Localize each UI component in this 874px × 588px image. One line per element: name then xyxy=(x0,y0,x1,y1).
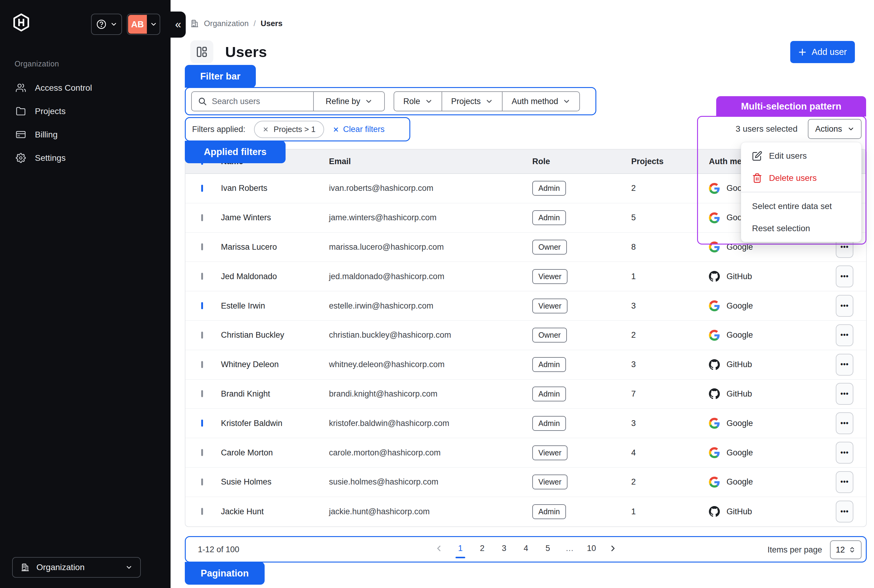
clear-filters-button[interactable]: Clear filters xyxy=(333,125,385,134)
filter-dropdown-label: Auth method xyxy=(512,97,558,106)
row-checkbox[interactable] xyxy=(201,273,203,280)
row-checkbox[interactable] xyxy=(201,332,203,339)
cell-auth-method: Google xyxy=(709,418,836,429)
breadcrumb-root[interactable]: Organization xyxy=(204,19,249,28)
menu-item-label: Delete users xyxy=(769,173,817,183)
row-actions-button[interactable]: ••• xyxy=(836,442,853,464)
cell-auth-method: Google xyxy=(709,477,836,488)
close-icon xyxy=(333,126,339,133)
row-actions-button[interactable]: ••• xyxy=(836,412,853,434)
credit-card-icon xyxy=(16,129,26,140)
row-checkbox[interactable] xyxy=(201,361,203,368)
auth-label: Google xyxy=(727,242,753,252)
plus-icon xyxy=(798,48,806,56)
cell-name: Ivan Roberts xyxy=(221,183,329,193)
cell-projects: 8 xyxy=(631,242,709,252)
menu-item-edit-users[interactable]: Edit users xyxy=(741,145,861,167)
role-badge: Admin xyxy=(532,387,566,401)
cell-name: Christian Buckley xyxy=(221,330,329,340)
account-menu-button[interactable]: AB xyxy=(127,14,160,35)
row-checkbox[interactable] xyxy=(201,390,203,397)
page-3[interactable]: 3 xyxy=(500,544,509,553)
filter-chip-projects-1[interactable]: Projects > 1 xyxy=(254,121,324,138)
pager: 12345…10 xyxy=(435,540,617,557)
row-checkbox[interactable] xyxy=(201,302,203,309)
page-1[interactable]: 1 xyxy=(456,544,465,553)
row-actions-button[interactable]: ••• xyxy=(836,471,853,493)
cell-auth-method: GitHub xyxy=(709,388,836,399)
column-header-projects[interactable]: Projects xyxy=(631,157,709,166)
cell-name: Jame Winters xyxy=(221,213,329,222)
cell-projects: 5 xyxy=(631,213,709,222)
menu-item-reset-selection[interactable]: Reset selection xyxy=(741,217,861,239)
breadcrumb: Organization / Users xyxy=(190,19,282,28)
row-checkbox[interactable] xyxy=(201,214,203,221)
auth-label: Google xyxy=(727,448,753,458)
sidebar-item-billing[interactable]: Billing xyxy=(0,123,171,146)
page-2[interactable]: 2 xyxy=(478,544,487,553)
sidebar-collapse-button[interactable]: « xyxy=(171,12,186,38)
row-checkbox[interactable] xyxy=(201,449,203,456)
actions-button[interactable]: Actions xyxy=(808,119,862,139)
auth-label: GitHub xyxy=(727,272,752,281)
items-per-page-select[interactable]: 12 xyxy=(830,540,862,559)
org-switcher-button[interactable]: Organization xyxy=(12,557,141,578)
sidebar-item-label: Billing xyxy=(35,130,58,140)
role-badge: Admin xyxy=(532,181,566,196)
sidebar-item-projects[interactable]: Projects xyxy=(0,99,171,123)
selection-count: 3 users selected xyxy=(736,119,797,139)
refine-by-button[interactable]: Refine by xyxy=(313,92,384,111)
items-per-page-label: Items per page xyxy=(767,545,822,555)
row-checkbox[interactable] xyxy=(201,508,203,515)
page-10[interactable]: 10 xyxy=(587,544,596,553)
cell-auth-method: GitHub xyxy=(709,506,836,517)
folder-icon xyxy=(16,106,26,116)
google-icon xyxy=(709,418,720,429)
search-field[interactable] xyxy=(192,92,313,111)
menu-item-select-entire-data-set[interactable]: Select entire data set xyxy=(741,195,861,217)
row-actions-button[interactable]: ••• xyxy=(836,266,853,287)
column-header-email[interactable]: Email xyxy=(329,157,532,166)
filter-dropdown-auth-method[interactable]: Auth method xyxy=(502,92,579,111)
row-actions-button[interactable]: ••• xyxy=(836,383,853,405)
google-icon xyxy=(709,447,720,458)
column-header-role[interactable]: Role xyxy=(532,157,631,166)
auth-label: Google xyxy=(727,330,753,340)
role-badge: Owner xyxy=(532,328,567,342)
row-actions-button[interactable]: ••• xyxy=(836,354,853,376)
row-checkbox[interactable] xyxy=(201,420,203,427)
cell-email: whitney.deleon@hashicorp.com xyxy=(329,360,532,369)
page-4[interactable]: 4 xyxy=(521,544,530,553)
role-badge: Admin xyxy=(532,357,566,372)
cell-auth-method: Google xyxy=(709,300,836,311)
row-checkbox[interactable] xyxy=(201,478,203,486)
applied-filters-row: Filters applied: Projects > 1 Clear filt… xyxy=(192,121,384,138)
auth-label: Google xyxy=(727,419,753,428)
row-checkbox[interactable] xyxy=(201,185,203,192)
row-actions-button[interactable]: ••• xyxy=(836,501,853,522)
search-input[interactable] xyxy=(212,97,307,106)
row-actions-button[interactable]: ••• xyxy=(836,295,853,317)
sidebar-nav: Access ControlProjectsBillingSettings xyxy=(0,76,171,170)
cell-projects: 3 xyxy=(631,419,709,428)
filter-dropdown-projects[interactable]: Projects xyxy=(442,92,502,111)
chevron-right-icon[interactable] xyxy=(609,544,617,552)
cell-projects: 4 xyxy=(631,448,709,458)
cell-projects: 1 xyxy=(631,507,709,516)
chevron-down-icon xyxy=(147,21,160,28)
row-actions-button[interactable]: ••• xyxy=(836,324,853,346)
org-switcher-label: Organization xyxy=(36,562,119,572)
sidebar-item-settings[interactable]: Settings xyxy=(0,146,171,170)
refine-by-label: Refine by xyxy=(326,97,360,106)
page-ellipsis: … xyxy=(565,544,574,553)
sidebar-item-access-control[interactable]: Access Control xyxy=(0,76,171,99)
chevron-left-icon[interactable] xyxy=(435,544,443,552)
role-badge: Admin xyxy=(532,416,566,431)
menu-item-delete-users[interactable]: Delete users xyxy=(741,167,861,189)
row-checkbox[interactable] xyxy=(201,243,203,250)
google-icon xyxy=(709,477,720,488)
page-5[interactable]: 5 xyxy=(543,544,552,553)
add-user-button[interactable]: Add user xyxy=(790,41,855,63)
help-menu-button[interactable] xyxy=(91,14,122,35)
filter-dropdown-role[interactable]: Role xyxy=(394,92,442,111)
